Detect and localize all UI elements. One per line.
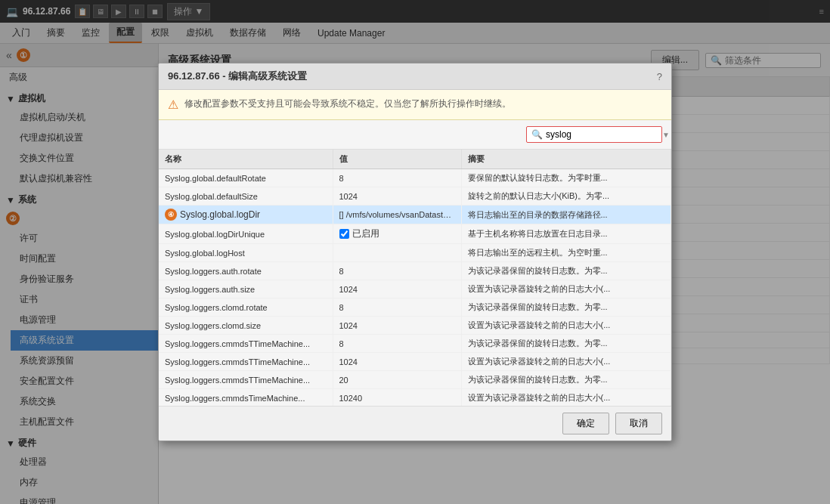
modal-cell-value: 8 — [333, 335, 461, 353]
modal-col-name: 名称 — [159, 150, 333, 169]
modal-cell-value: 1024 — [333, 353, 461, 371]
modal-search-bar: 🔍 ▼ — [159, 120, 671, 149]
modal-cell-value: 20 — [333, 371, 461, 389]
modal-table: 名称 值 摘要 Syslog.global.defaultRotate 8 要保… — [159, 150, 671, 406]
modal-cell-value — [333, 244, 461, 262]
modal-table-row[interactable]: Syslog.loggers.clomd.rotate 8 为该记录器保留的旋转… — [159, 298, 671, 317]
modal-search-icon: 🔍 — [531, 129, 543, 140]
modal-title-bar: 96.12.87.66 - 编辑高级系统设置 ? — [159, 63, 671, 90]
modal-title: 96.12.87.66 - 编辑高级系统设置 — [168, 70, 307, 83]
modal-table-row[interactable]: Syslog.global.defaultRotate 8 要保留的默认旋转日志… — [159, 169, 671, 187]
modal-search-wrap: 🔍 ▼ — [526, 126, 662, 143]
modal-cell-desc: 为该记录器保留的旋转日志数。为零... — [461, 371, 671, 389]
modal-table-wrap: 名称 值 摘要 Syslog.global.defaultRotate 8 要保… — [159, 149, 671, 406]
modal-cell-name: Syslog.global.defaultRotate — [159, 169, 333, 187]
checkbox-enabled[interactable] — [339, 229, 349, 239]
modal-cell-name: Syslog.loggers.cmmdsTTimeMachine... — [159, 353, 333, 371]
modal-table-row[interactable]: Syslog.loggers.cmmdsTimeMachine... 10240… — [159, 389, 671, 407]
modal-table-row[interactable]: Syslog.global.defaultSize 1024 旋转之前的默认日志… — [159, 187, 671, 206]
modal-table-row[interactable]: Syslog.global.logHost 将日志输出至的远程主机。为空时重..… — [159, 244, 671, 262]
modal-table-row[interactable]: Syslog.loggers.auth.size 1024 设置为该记录器旋转之… — [159, 280, 671, 298]
modal-cell-desc: 设置为该记录器旋转之前的日志大小(... — [461, 389, 671, 407]
modal-cell-name: Syslog.global.defaultSize — [159, 187, 333, 206]
modal-search-input[interactable] — [546, 129, 659, 140]
modal-table-row[interactable]: Syslog.loggers.clomd.size 1024 设置为该记录器旋转… — [159, 317, 671, 335]
modal-search-dropdown-icon[interactable]: ▼ — [662, 131, 670, 139]
modal-col-value: 值 — [333, 150, 461, 169]
modal-cell-desc: 为该记录器保留的旋转日志数。为零... — [461, 262, 671, 280]
modal-cell-name: Syslog.loggers.auth.size — [159, 280, 333, 298]
modal-cell-name: Syslog.loggers.cmmdsTTimeMachine... — [159, 335, 333, 353]
modal-cell-name: Syslog.loggers.clomd.size — [159, 317, 333, 335]
modal-cell-value: 8 — [333, 169, 461, 187]
modal-cell-desc: 基于主机名称将日志放置在日志目录... — [461, 224, 671, 244]
modal-cell-desc: 旋转之前的默认日志大小(KiB)。为零... — [461, 187, 671, 206]
modal-cell-desc: 要保留的默认旋转日志数。为零时重... — [461, 169, 671, 187]
modal-cell-desc: 设置为该记录器旋转之前的日志大小(... — [461, 317, 671, 335]
modal-cell-name: Syslog.loggers.auth.rotate — [159, 262, 333, 280]
modal-warning: ⚠ 修改配置参数不受支持且可能会导致系统不稳定。仅当您了解所执行操作时继续。 — [159, 90, 671, 120]
modal-footer: 确定 取消 — [159, 406, 671, 441]
modal-table-row[interactable]: ④ Syslog.global.logDir [] /vmfs/volumes/… — [159, 206, 671, 224]
modal-cell-value: 10240 — [333, 389, 461, 407]
cancel-button[interactable]: 取消 — [615, 413, 662, 434]
modal-cell-desc: 将日志输出至的远程主机。为空时重... — [461, 244, 671, 262]
modal-cell-name: Syslog.global.logHost — [159, 244, 333, 262]
modal-cell-name: Syslog.loggers.cmmdsTimeMachine... — [159, 389, 333, 407]
warning-icon: ⚠ — [168, 97, 178, 112]
modal-cell-value: 1024 — [333, 280, 461, 298]
modal-table-row[interactable]: Syslog.loggers.cmmdsTTimeMachine... 1024… — [159, 353, 671, 371]
modal-cell-value: 8 — [333, 262, 461, 280]
modal-table-row[interactable]: Syslog.loggers.cmmdsTTimeMachine... 20 为… — [159, 371, 671, 389]
warning-text: 修改配置参数不受支持且可能会导致系统不稳定。仅当您了解所执行操作时继续。 — [184, 97, 511, 110]
modal: 96.12.87.66 - 编辑高级系统设置 ? ⚠ 修改配置参数不受支持且可能… — [158, 63, 672, 441]
modal-col-desc: 摘要 — [461, 150, 671, 169]
confirm-button[interactable]: 确定 — [562, 413, 609, 434]
modal-cell-name: Syslog.loggers.clomd.rotate — [159, 298, 333, 317]
modal-cell-desc: 设置为该记录器旋转之前的日志大小(... — [461, 353, 671, 371]
modal-cell-desc: 将日志输出至的目录的数据存储路径... — [461, 206, 671, 224]
modal-cell-value: 8 — [333, 298, 461, 317]
modal-cell-value: 已启用 — [333, 224, 461, 244]
modal-overlay: 96.12.87.66 - 编辑高级系统设置 ? ⚠ 修改配置参数不受支持且可能… — [0, 0, 830, 504]
modal-cell-value: 1024 — [333, 317, 461, 335]
modal-cell-name: Syslog.loggers.cmmdsTTimeMachine... — [159, 371, 333, 389]
modal-table-row[interactable]: Syslog.loggers.auth.rotate 8 为该记录器保留的旋转日… — [159, 262, 671, 280]
modal-cell-desc: 设置为该记录器旋转之前的日志大小(... — [461, 280, 671, 298]
modal-cell-desc: 为该记录器保留的旋转日志数。为零... — [461, 335, 671, 353]
modal-cell-name: ④ Syslog.global.logDir — [159, 206, 333, 224]
modal-cell-desc: 为该记录器保留的旋转日志数。为零... — [461, 298, 671, 317]
modal-cell-value: 1024 — [333, 187, 461, 206]
modal-cell-value: [] /vmfs/volumes/vsanDatastore_Deskt... — [333, 206, 461, 224]
modal-table-row[interactable]: Syslog.loggers.cmmdsTTimeMachine... 8 为该… — [159, 335, 671, 353]
modal-help-icon[interactable]: ? — [657, 71, 662, 82]
modal-cell-name: Syslog.global.logDirUnique — [159, 224, 333, 244]
modal-table-row[interactable]: Syslog.global.logDirUnique 已启用 基于主机名称将日志… — [159, 224, 671, 244]
